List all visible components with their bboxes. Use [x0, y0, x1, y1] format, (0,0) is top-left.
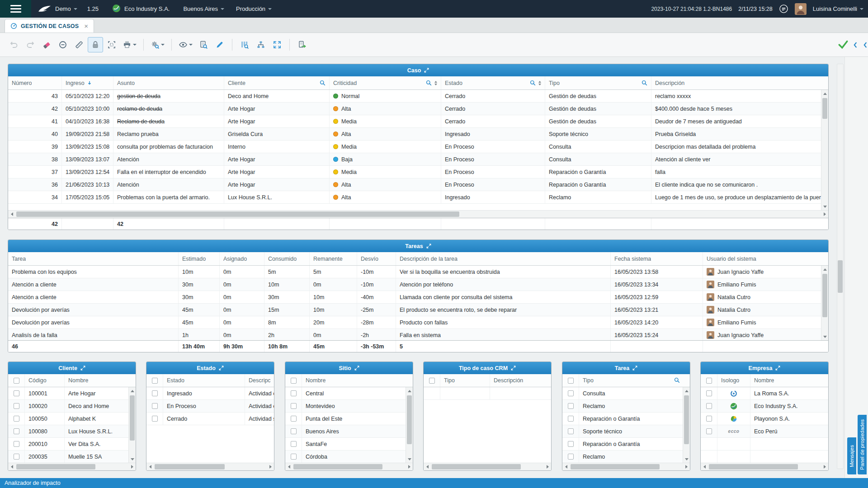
- table-row[interactable]: 4104/10/2023 16:38Reclamo de deudaArte H…: [8, 115, 828, 128]
- checkbox[interactable]: [291, 403, 297, 409]
- table-row[interactable]: 3913/09/2023 15:08consulta por problemas…: [8, 141, 828, 153]
- search-icon[interactable]: [320, 80, 326, 86]
- empresa-panel-title[interactable]: Empresa: [701, 362, 828, 374]
- scroll-right-icon[interactable]: [267, 463, 274, 470]
- column-header-tipo[interactable]: Tipo: [545, 76, 651, 89]
- measure-button[interactable]: [71, 37, 87, 52]
- table-row[interactable]: 200035Muelle 15 SA: [8, 450, 136, 463]
- table-row[interactable]: 200010Ver Dita S.A.: [8, 438, 136, 450]
- scrollbar-thumb[interactable]: [709, 464, 798, 469]
- column-header-estado[interactable]: Estado: [441, 76, 545, 89]
- scrollbar-thumb[interactable]: [571, 464, 660, 469]
- scroll-up-icon[interactable]: [406, 387, 413, 394]
- table-row[interactable]: Soporte técnico: [562, 425, 690, 438]
- checkbox[interactable]: [706, 403, 712, 409]
- side-tab-panel-de-propiedades[interactable]: Panel de propiedades: [858, 415, 867, 474]
- preview-button[interactable]: [196, 37, 211, 52]
- column-header-criticidad[interactable]: Criticidad: [330, 76, 441, 89]
- select-all-header[interactable]: [285, 374, 302, 387]
- column-header-descripcion[interactable]: Descripción: [490, 374, 551, 387]
- selection-button[interactable]: [104, 37, 119, 52]
- column-header-remanente[interactable]: Remanente: [310, 252, 357, 265]
- eraser-button[interactable]: [39, 37, 54, 52]
- checkbox[interactable]: [291, 390, 297, 396]
- column-header-tipo[interactable]: Tipo: [579, 374, 690, 387]
- table-row[interactable]: Reparación o Garantía: [562, 438, 690, 450]
- scrollbar-thumb[interactable]: [155, 464, 225, 469]
- column-header-estimado[interactable]: Estimado: [179, 252, 220, 265]
- table-row[interactable]: 3713/09/2023 12:54Falla en el interrupto…: [8, 166, 828, 178]
- horizontal-scrollbar[interactable]: [8, 210, 828, 218]
- scroll-down-icon[interactable]: [406, 455, 413, 463]
- columns-search-button[interactable]: [237, 37, 252, 52]
- checkbox[interactable]: [291, 454, 297, 460]
- maximize-icon[interactable]: [80, 366, 85, 371]
- select-all-header[interactable]: [146, 374, 163, 387]
- maximize-icon[interactable]: [775, 366, 780, 371]
- scroll-up-icon[interactable]: [821, 90, 828, 97]
- column-header-isologo[interactable]: Isologo: [717, 374, 750, 387]
- checkbox[interactable]: [568, 454, 574, 460]
- table-row[interactable]: 3417/05/2023 15:05Problemas con la puert…: [8, 191, 828, 204]
- checkbox[interactable]: [706, 416, 712, 422]
- sort-desc-icon[interactable]: [87, 80, 92, 86]
- scroll-right-icon[interactable]: [821, 211, 828, 218]
- checkbox[interactable]: [14, 390, 19, 396]
- scroll-down-icon[interactable]: [683, 455, 690, 463]
- table-row[interactable]: Devolución por averías45m0m15m10m-25mEl …: [8, 304, 828, 316]
- scrollbar-thumb[interactable]: [293, 464, 382, 469]
- table-row[interactable]: Buenos Aires: [285, 425, 413, 438]
- table-row[interactable]: Reclamo: [562, 400, 690, 413]
- maximize-icon[interactable]: [219, 366, 224, 371]
- table-row[interactable]: Eco Industry S.A.: [701, 400, 828, 413]
- vertical-scrollbar[interactable]: [821, 90, 828, 210]
- side-tab-mensajes[interactable]: Mensajes: [847, 437, 856, 474]
- table-row[interactable]: 3621/06/2023 10:13AtenciónArte HogarAlta…: [8, 178, 828, 191]
- table-row[interactable]: Consulta: [562, 387, 690, 400]
- redo-button[interactable]: [23, 37, 38, 52]
- scroll-up-icon[interactable]: [821, 266, 828, 273]
- scroll-left-icon[interactable]: [701, 463, 708, 470]
- edit-button[interactable]: [212, 37, 227, 52]
- caso-panel-title[interactable]: Caso: [8, 64, 828, 76]
- scroll-left-icon[interactable]: [424, 463, 431, 470]
- column-header-desvio[interactable]: Desvío: [357, 252, 396, 265]
- search-icon[interactable]: [642, 80, 647, 86]
- checkbox[interactable]: [568, 441, 574, 447]
- column-header-usuario-del-sistema[interactable]: Usuario del sistema: [703, 252, 828, 265]
- maximize-icon[interactable]: [632, 366, 637, 371]
- collapse-left-icon[interactable]: [852, 39, 859, 50]
- scroll-right-icon[interactable]: [128, 463, 136, 470]
- scroll-down-icon[interactable]: [821, 203, 828, 210]
- checkbox[interactable]: [568, 403, 574, 409]
- checkbox[interactable]: [291, 378, 297, 384]
- vertical-scrollbar[interactable]: [683, 387, 690, 463]
- table-row[interactable]: Reparación o Garantía: [562, 413, 690, 425]
- table-row[interactable]: 4019/09/2023 21:58Reclamo pruebaGriselda…: [8, 128, 828, 141]
- scrollbar-thumb[interactable]: [16, 464, 95, 469]
- tab-close-icon[interactable]: ×: [84, 23, 88, 29]
- scroll-left-icon[interactable]: [562, 463, 570, 470]
- scroll-up-icon[interactable]: [683, 387, 690, 394]
- checkbox[interactable]: [14, 441, 19, 447]
- column-header-asunto[interactable]: Asunto: [113, 76, 224, 89]
- scroll-right-icon[interactable]: [821, 463, 828, 470]
- horizontal-scrollbar[interactable]: [146, 463, 274, 470]
- checkbox[interactable]: [706, 428, 712, 434]
- table-row[interactable]: eccoEco Perú: [701, 425, 828, 438]
- table-row[interactable]: En ProcesoActividad e: [146, 400, 274, 413]
- sort-spinner-icon[interactable]: [538, 81, 541, 85]
- checkbox[interactable]: [291, 441, 297, 447]
- select-all-header[interactable]: [8, 374, 25, 387]
- vertical-scrollbar[interactable]: [406, 387, 413, 463]
- search-icon[interactable]: [426, 80, 432, 86]
- messages-icon[interactable]: [779, 4, 788, 14]
- table-row[interactable]: 3813/09/2023 13:07AtenciónArte HogarBaja…: [8, 153, 828, 166]
- checkbox[interactable]: [568, 428, 574, 434]
- user-avatar[interactable]: [795, 3, 807, 15]
- checkbox[interactable]: [291, 428, 297, 434]
- checkbox[interactable]: [568, 378, 574, 384]
- table-row[interactable]: CerradoActividad s: [146, 413, 274, 425]
- table-row[interactable]: 4305/10/2023 12:20gestion de deudaDeco a…: [8, 90, 828, 103]
- column-header-numero[interactable]: Número: [8, 76, 62, 89]
